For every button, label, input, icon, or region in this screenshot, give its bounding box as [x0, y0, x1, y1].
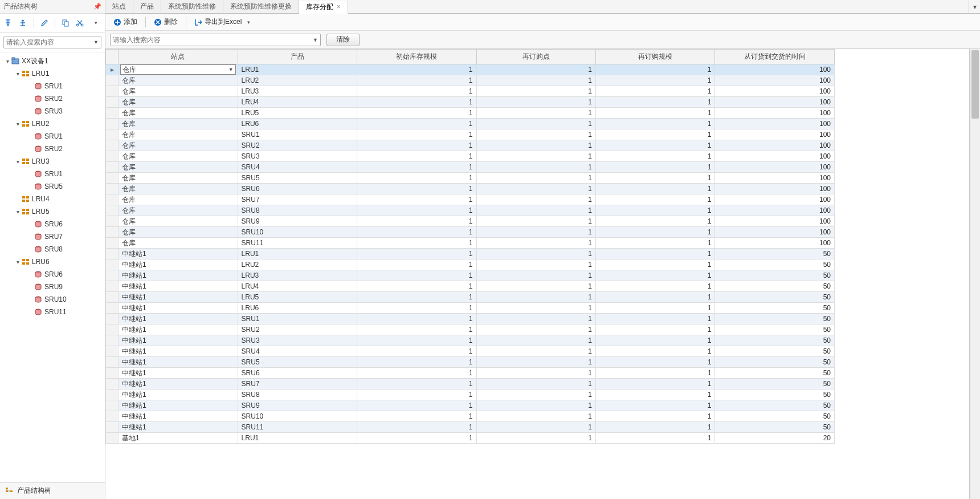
cell-value[interactable]: 1 [476, 259, 595, 270]
cell-value[interactable]: 100 [715, 173, 835, 184]
tabs-overflow-button[interactable]: ▾ [969, 0, 980, 13]
cell-value[interactable]: 1 [357, 108, 476, 119]
tree-item[interactable]: ▾LRU2 [0, 117, 105, 130]
cell-value[interactable]: 1 [357, 368, 476, 379]
cell-value[interactable]: 1 [595, 314, 714, 324]
tree-toggle-icon[interactable]: ▾ [15, 159, 21, 165]
cell-site[interactable]: 仓库 [119, 227, 238, 238]
cell-value[interactable]: 1 [476, 184, 595, 194]
cell-value[interactable]: 1 [476, 390, 595, 400]
tree-toggle-icon[interactable]: ▾ [15, 259, 21, 265]
cell-value[interactable]: 1 [595, 173, 714, 184]
cell-value[interactable]: 50 [715, 314, 835, 324]
cell-value[interactable]: 1 [357, 75, 476, 86]
cell-value[interactable]: 100 [715, 86, 835, 97]
cell-product[interactable]: SRU1 [238, 314, 357, 324]
cell-value[interactable]: 50 [715, 335, 835, 346]
cell-site[interactable]: 中继站1 [119, 411, 238, 422]
tree-item[interactable]: ▾LRU3 [0, 155, 105, 168]
table-row[interactable]: 仓库SRU2111100 [106, 140, 835, 151]
cell-product[interactable]: SRU5 [238, 357, 357, 368]
cell-value[interactable]: 1 [595, 238, 714, 249]
cell-product[interactable]: LRU1 [238, 249, 357, 259]
cell-product[interactable]: SRU4 [238, 346, 357, 357]
product-tree[interactable]: ▾XX设备1▾LRU1SRU1SRU2SRU3▾LRU2SRU1SRU2▾LRU… [0, 52, 105, 482]
cell-value[interactable]: 100 [715, 108, 835, 119]
cell-value[interactable]: 1 [357, 400, 476, 411]
cell-value[interactable]: 1 [595, 64, 714, 75]
cell-product[interactable]: LRU6 [238, 303, 357, 314]
search-input[interactable]: ▼ [3, 36, 101, 48]
cell-value[interactable]: 1 [595, 324, 714, 335]
cell-value[interactable]: 1 [476, 357, 595, 368]
cell-value[interactable]: 1 [357, 357, 476, 368]
cell-value[interactable]: 50 [715, 259, 835, 270]
table-row[interactable]: 仓库SRU6111100 [106, 184, 835, 194]
cell-value[interactable]: 50 [715, 368, 835, 379]
table-row[interactable]: 基地1LRU111120 [106, 433, 835, 444]
cell-product[interactable]: SRU8 [238, 390, 357, 400]
tree-item[interactable]: SRU1 [0, 168, 105, 180]
cell-value[interactable]: 1 [595, 433, 714, 444]
table-row[interactable]: 中继站1SRU711150 [106, 379, 835, 390]
table-row[interactable]: 仓库LRU2111100 [106, 75, 835, 86]
cell-value[interactable]: 100 [715, 205, 835, 216]
cell-site[interactable]: 中继站1 [119, 281, 238, 292]
cell-site[interactable]: 基地1 [119, 433, 238, 444]
tree-item[interactable]: ▾LRU6 [0, 255, 105, 268]
cell-product[interactable]: SRU1 [238, 129, 357, 140]
cell-value[interactable]: 1 [476, 346, 595, 357]
cell-value[interactable]: 1 [476, 368, 595, 379]
cell-product[interactable]: SRU11 [238, 422, 357, 433]
cell-value[interactable]: 1 [357, 140, 476, 151]
cell-value[interactable]: 100 [715, 238, 835, 249]
table-row[interactable]: 仓库LRU3111100 [106, 86, 835, 97]
cell-site[interactable]: 中继站1 [119, 314, 238, 324]
cell-product[interactable]: SRU10 [238, 411, 357, 422]
cell-value[interactable]: 1 [476, 216, 595, 227]
cell-value[interactable]: 1 [476, 151, 595, 162]
tab[interactable]: 库存分配× [299, 1, 348, 14]
table-row[interactable]: 仓库LRU4111100 [106, 97, 835, 108]
table-row[interactable]: 中继站1LRU611150 [106, 303, 835, 314]
cell-value[interactable]: 1 [357, 314, 476, 324]
cell-value[interactable]: 1 [476, 292, 595, 303]
cell-value[interactable]: 1 [357, 184, 476, 194]
cell-value[interactable]: 1 [595, 379, 714, 390]
cell-value[interactable]: 1 [357, 194, 476, 205]
cell-product[interactable]: LRU2 [238, 259, 357, 270]
cell-value[interactable]: 1 [476, 238, 595, 249]
table-row[interactable]: 中继站1SRU1111150 [106, 422, 835, 433]
cell-value[interactable]: 100 [715, 64, 835, 75]
cell-value[interactable]: 1 [357, 411, 476, 422]
cell-value[interactable]: 100 [715, 227, 835, 238]
cell-site[interactable]: 仓库 [119, 216, 238, 227]
tree-item[interactable]: SRU11 [0, 306, 105, 318]
cell-value[interactable]: 1 [357, 86, 476, 97]
cell-value[interactable]: 1 [595, 194, 714, 205]
expand-all-button[interactable] [2, 16, 16, 30]
cell-value[interactable]: 1 [476, 335, 595, 346]
cell-value[interactable]: 1 [595, 303, 714, 314]
tab[interactable]: 站点 [105, 0, 133, 13]
table-row[interactable]: 中继站1LRU411150 [106, 281, 835, 292]
table-row[interactable]: 仓库SRU11111100 [106, 238, 835, 249]
cell-site[interactable]: 仓库 [119, 140, 238, 151]
table-row[interactable]: 中继站1SRU411150 [106, 346, 835, 357]
cell-product[interactable]: SRU4 [238, 162, 357, 173]
cell-product[interactable]: SRU10 [238, 227, 357, 238]
column-header[interactable]: 再订购规模 [595, 50, 714, 64]
table-row[interactable]: 仓库LRU5111100 [106, 108, 835, 119]
cell-product[interactable]: SRU8 [238, 205, 357, 216]
cell-value[interactable]: 100 [715, 129, 835, 140]
cell-site[interactable]: 中继站1 [119, 368, 238, 379]
table-row[interactable]: 仓库LRU6111100 [106, 119, 835, 129]
cell-value[interactable]: 50 [715, 390, 835, 400]
cell-value[interactable]: 1 [357, 216, 476, 227]
cell-value[interactable]: 1 [357, 303, 476, 314]
cell-site[interactable]: 仓库 [119, 194, 238, 205]
tree-toggle-icon[interactable]: ▾ [15, 209, 21, 215]
cell-value[interactable]: 1 [595, 270, 714, 281]
cell-product[interactable]: LRU1 [238, 64, 357, 75]
cell-value[interactable]: 20 [715, 433, 835, 444]
